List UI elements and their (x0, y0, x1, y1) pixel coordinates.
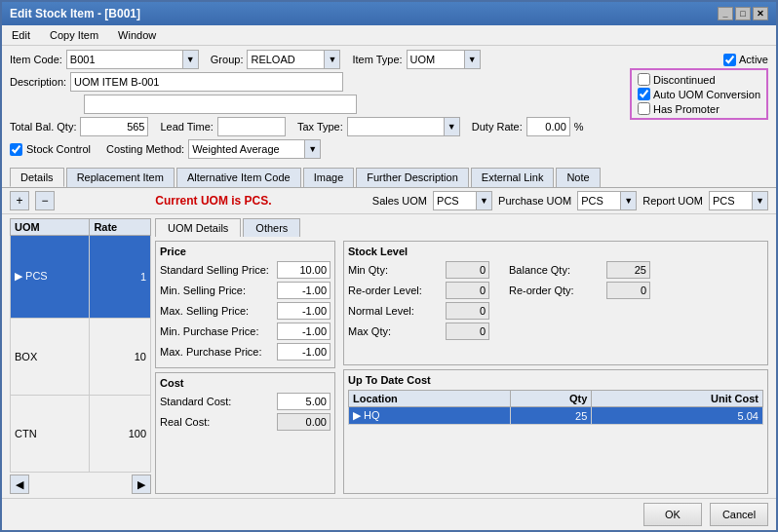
description-input[interactable] (70, 72, 343, 92)
max-qty-row: Max Qty: (348, 323, 489, 340)
add-uom-button[interactable]: + (10, 191, 29, 210)
menu-copy-item[interactable]: Copy Item (44, 27, 104, 43)
duty-rate-input[interactable] (526, 117, 570, 136)
table-row[interactable]: BOX 10 (11, 318, 151, 395)
std-cost-input[interactable] (277, 393, 331, 410)
stock-control-checkbox[interactable] (10, 143, 22, 156)
balance-qty-row: Balance Qty: (509, 261, 650, 279)
group-label: Group: (211, 54, 244, 65)
up-to-date-cost-section: Up To Date Cost Location Qty Unit Cost (343, 369, 768, 494)
reorder-level-input[interactable] (446, 282, 489, 299)
purchase-uom-input[interactable] (577, 191, 621, 210)
real-cost-input[interactable] (277, 413, 331, 431)
tab-details[interactable]: Details (10, 168, 64, 187)
has-promoter-checkbox[interactable] (638, 102, 650, 115)
max-purchase-price-row: Max. Purchase Price: (160, 343, 331, 361)
sub-tab-others[interactable]: Others (243, 218, 300, 237)
lead-time-input[interactable] (217, 117, 286, 136)
row-stock-control: Stock Control Costing Method: ▼ (10, 139, 768, 159)
group-dropdown[interactable]: ▼ (325, 50, 340, 69)
price-cost-column: Price Standard Selling Price: Min. Selli… (155, 241, 335, 494)
tab-external-link[interactable]: External Link (471, 168, 555, 187)
right-panel: UOM Details Others Price Standard Sellin… (155, 218, 768, 494)
item-type-dropdown[interactable]: ▼ (465, 50, 481, 69)
report-uom-combo: ▼ (709, 191, 768, 210)
uom-row: + − Current UOM is PCS. Sales UOM ▼ Purc… (2, 188, 776, 214)
max-sell-price-input[interactable] (277, 302, 331, 320)
stock-level-inner: Min Qty: Re-order Level: Normal Level: (348, 261, 763, 343)
report-uom-dropdown[interactable]: ▼ (753, 191, 768, 210)
tab-further-description[interactable]: Further Description (356, 168, 469, 187)
min-sell-price-row: Min. Selling Price: (160, 282, 331, 299)
min-purchase-price-input[interactable] (277, 323, 331, 340)
max-qty-input[interactable] (446, 323, 489, 340)
current-uom-label: Current UOM is PCS. (60, 194, 367, 208)
rate-cell: 10 (90, 318, 151, 395)
total-bal-label: Total Bal. Qty: (10, 121, 76, 133)
item-code-input[interactable] (66, 50, 183, 69)
cancel-button[interactable]: Cancel (710, 503, 768, 526)
menu-window[interactable]: Window (112, 27, 162, 43)
uom-cell: ▶ PCS (11, 236, 90, 319)
cost-section: Cost Standard Cost: Real Cost: (155, 372, 335, 494)
purchase-uom-dropdown[interactable]: ▼ (621, 191, 637, 210)
item-code-dropdown[interactable]: ▼ (183, 50, 199, 69)
stock-level-right: Balance Qty: Re-order Qty: (509, 261, 650, 343)
costing-method-label: Costing Method: (106, 143, 184, 155)
up-to-date-title: Up To Date Cost (348, 374, 763, 386)
min-qty-input[interactable] (446, 261, 489, 279)
group-combo: ▼ (247, 50, 340, 69)
has-promoter-label: Has Promoter (653, 103, 720, 115)
balance-qty-input[interactable] (606, 261, 650, 279)
costing-method-input[interactable] (188, 139, 305, 159)
real-cost-label: Real Cost: (160, 416, 257, 428)
cost-section-title: Cost (160, 377, 331, 389)
costing-method-dropdown[interactable]: ▼ (305, 139, 321, 159)
min-sell-price-input[interactable] (277, 282, 331, 299)
active-checkbox[interactable] (723, 54, 736, 66)
table-row[interactable]: ▶ PCS 1 (11, 236, 151, 319)
maximize-button[interactable]: □ (735, 7, 751, 20)
discontinued-checkbox[interactable] (638, 73, 650, 86)
sub-tabs: UOM Details Others (155, 218, 768, 237)
remove-uom-button[interactable]: − (35, 191, 55, 210)
auto-uom-label: Auto UOM Conversion (653, 89, 760, 100)
reorder-qty-row: Re-order Qty: (509, 282, 650, 299)
close-button[interactable]: ✕ (753, 7, 768, 20)
report-uom-input[interactable] (709, 191, 753, 210)
min-qty-row: Min Qty: (348, 261, 489, 279)
uom-prev-button[interactable]: ◀ (10, 475, 29, 494)
tab-alternative-item-code[interactable]: Alternative Item Code (176, 168, 301, 187)
tab-note[interactable]: Note (556, 168, 600, 187)
tax-type-input[interactable] (347, 117, 445, 136)
table-row[interactable]: CTN 100 (11, 395, 151, 472)
menu-edit[interactable]: Edit (6, 27, 36, 43)
group-input[interactable] (247, 50, 325, 69)
min-sell-price-label: Min. Selling Price: (160, 285, 257, 296)
item-type-input[interactable] (407, 50, 465, 69)
uom-next-button[interactable]: ▶ (132, 475, 151, 494)
sales-uom-input[interactable] (433, 191, 477, 210)
active-checkbox-group: Active (723, 54, 768, 66)
tab-replacement-item[interactable]: Replacement Item (66, 168, 175, 187)
sub-tab-uom-details[interactable]: UOM Details (155, 218, 241, 237)
rate-cell: 100 (90, 395, 151, 472)
std-sell-price-input[interactable] (277, 261, 331, 279)
minimize-button[interactable]: _ (718, 7, 733, 20)
description2-input[interactable] (84, 95, 357, 114)
sales-uom-dropdown[interactable]: ▼ (477, 191, 492, 210)
max-purchase-price-input[interactable] (277, 343, 331, 361)
price-section: Price Standard Selling Price: Min. Selli… (155, 241, 335, 368)
tax-type-dropdown[interactable]: ▼ (445, 117, 460, 136)
tab-image[interactable]: Image (303, 168, 355, 187)
uom-table: UOM Rate ▶ PCS 1 BOX 10 CTN 100 (10, 218, 151, 473)
report-uom-label: Report UOM (642, 195, 703, 207)
auto-uom-checkbox[interactable] (638, 88, 650, 100)
bottom-bar: OK Cancel (2, 498, 776, 530)
normal-level-input[interactable] (446, 302, 489, 320)
reorder-qty-label: Re-order Qty: (509, 285, 606, 296)
reorder-qty-input[interactable] (606, 282, 650, 299)
table-row[interactable]: ▶ HQ 25 5.04 (349, 407, 763, 425)
total-bal-input[interactable] (80, 117, 148, 136)
ok-button[interactable]: OK (643, 503, 702, 526)
